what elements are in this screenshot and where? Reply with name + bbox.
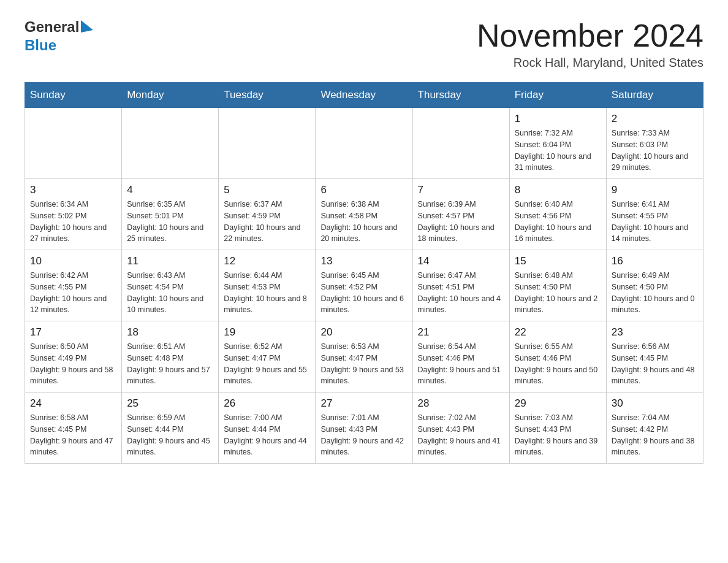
calendar-header-row: SundayMondayTuesdayWednesdayThursdayFrid… (25, 83, 703, 108)
calendar-cell: 8Sunrise: 6:40 AMSunset: 4:56 PMDaylight… (509, 179, 606, 250)
day-info: Sunrise: 6:55 AMSunset: 4:46 PMDaylight:… (515, 341, 601, 387)
day-info: Sunrise: 6:38 AMSunset: 4:58 PMDaylight:… (320, 199, 407, 245)
day-info: Sunrise: 6:52 AMSunset: 4:47 PMDaylight:… (224, 341, 310, 387)
day-info: Sunrise: 6:41 AMSunset: 4:55 PMDaylight:… (612, 199, 698, 245)
calendar-week-row: 24Sunrise: 6:58 AMSunset: 4:45 PMDayligh… (25, 393, 703, 464)
col-header-monday: Monday (122, 83, 219, 108)
calendar-cell: 12Sunrise: 6:44 AMSunset: 4:53 PMDayligh… (219, 250, 316, 321)
calendar-cell: 28Sunrise: 7:02 AMSunset: 4:43 PMDayligh… (412, 393, 509, 464)
day-info: Sunrise: 6:53 AMSunset: 4:47 PMDaylight:… (320, 341, 407, 387)
day-info: Sunrise: 6:58 AMSunset: 4:45 PMDaylight:… (30, 412, 116, 458)
logo-container: General Blue (25, 18, 93, 54)
calendar-cell (122, 108, 219, 179)
col-header-friday: Friday (509, 83, 606, 108)
calendar-cell (412, 108, 509, 179)
day-number: 5 (224, 184, 310, 196)
day-number: 20 (320, 326, 407, 339)
day-info: Sunrise: 6:39 AMSunset: 4:57 PMDaylight:… (418, 199, 504, 245)
calendar-cell: 13Sunrise: 6:45 AMSunset: 4:52 PMDayligh… (316, 250, 412, 321)
col-header-tuesday: Tuesday (219, 83, 316, 108)
day-number: 29 (515, 397, 601, 410)
day-info: Sunrise: 6:34 AMSunset: 5:02 PMDaylight:… (30, 199, 116, 245)
logo-blue-text: Blue (25, 37, 56, 54)
calendar-cell: 17Sunrise: 6:50 AMSunset: 4:49 PMDayligh… (25, 321, 122, 393)
day-info: Sunrise: 6:50 AMSunset: 4:49 PMDaylight:… (30, 341, 116, 387)
day-info: Sunrise: 7:04 AMSunset: 4:42 PMDaylight:… (612, 412, 698, 458)
day-number: 27 (320, 397, 407, 410)
day-number: 3 (30, 184, 116, 196)
day-number: 15 (515, 255, 601, 267)
day-number: 10 (30, 255, 116, 267)
day-number: 1 (515, 113, 601, 125)
day-number: 25 (127, 397, 213, 410)
day-number: 7 (418, 184, 504, 196)
day-number: 8 (515, 184, 601, 196)
day-info: Sunrise: 6:40 AMSunset: 4:56 PMDaylight:… (515, 199, 601, 245)
calendar-cell: 19Sunrise: 6:52 AMSunset: 4:47 PMDayligh… (219, 321, 316, 393)
header: General Blue November 2024 Rock Hall, Ma… (25, 18, 703, 70)
day-info: Sunrise: 7:33 AMSunset: 6:03 PMDaylight:… (612, 128, 698, 174)
day-info: Sunrise: 6:56 AMSunset: 4:45 PMDaylight:… (612, 341, 698, 387)
day-info: Sunrise: 6:42 AMSunset: 4:55 PMDaylight:… (30, 270, 116, 316)
day-info: Sunrise: 6:48 AMSunset: 4:50 PMDaylight:… (515, 270, 601, 316)
day-number: 13 (320, 255, 407, 267)
title-area: November 2024 Rock Hall, Maryland, Unite… (477, 18, 703, 70)
day-number: 19 (224, 326, 310, 339)
day-info: Sunrise: 6:59 AMSunset: 4:44 PMDaylight:… (127, 412, 213, 458)
day-info: Sunrise: 6:47 AMSunset: 4:51 PMDaylight:… (418, 270, 504, 316)
calendar-cell: 27Sunrise: 7:01 AMSunset: 4:43 PMDayligh… (316, 393, 412, 464)
logo-block: General (25, 18, 93, 36)
logo-general-text: General (25, 18, 79, 35)
col-header-wednesday: Wednesday (316, 83, 412, 108)
calendar-cell: 23Sunrise: 6:56 AMSunset: 4:45 PMDayligh… (606, 321, 703, 393)
month-title: November 2024 (477, 18, 703, 53)
logo-arrow-icon (81, 20, 93, 33)
calendar-week-row: 10Sunrise: 6:42 AMSunset: 4:55 PMDayligh… (25, 250, 703, 321)
calendar-week-row: 1Sunrise: 7:32 AMSunset: 6:04 PMDaylight… (25, 108, 703, 179)
day-number: 12 (224, 255, 310, 267)
day-info: Sunrise: 6:45 AMSunset: 4:52 PMDaylight:… (320, 270, 407, 316)
day-info: Sunrise: 7:01 AMSunset: 4:43 PMDaylight:… (320, 412, 407, 458)
calendar-cell: 30Sunrise: 7:04 AMSunset: 4:42 PMDayligh… (606, 393, 703, 464)
col-header-sunday: Sunday (25, 83, 122, 108)
calendar-cell: 3Sunrise: 6:34 AMSunset: 5:02 PMDaylight… (25, 179, 122, 250)
day-info: Sunrise: 6:44 AMSunset: 4:53 PMDaylight:… (224, 270, 310, 316)
day-number: 26 (224, 397, 310, 410)
calendar-cell: 1Sunrise: 7:32 AMSunset: 6:04 PMDaylight… (509, 108, 606, 179)
calendar-cell: 22Sunrise: 6:55 AMSunset: 4:46 PMDayligh… (509, 321, 606, 393)
calendar-cell (219, 108, 316, 179)
day-number: 14 (418, 255, 504, 267)
day-number: 18 (127, 326, 213, 339)
calendar-cell: 5Sunrise: 6:37 AMSunset: 4:59 PMDaylight… (219, 179, 316, 250)
calendar-cell: 20Sunrise: 6:53 AMSunset: 4:47 PMDayligh… (316, 321, 412, 393)
col-header-saturday: Saturday (606, 83, 703, 108)
calendar-cell: 7Sunrise: 6:39 AMSunset: 4:57 PMDaylight… (412, 179, 509, 250)
calendar-cell: 29Sunrise: 7:03 AMSunset: 4:43 PMDayligh… (509, 393, 606, 464)
calendar-table: SundayMondayTuesdayWednesdayThursdayFrid… (25, 82, 703, 464)
calendar-cell: 9Sunrise: 6:41 AMSunset: 4:55 PMDaylight… (606, 179, 703, 250)
calendar-cell: 4Sunrise: 6:35 AMSunset: 5:01 PMDaylight… (122, 179, 219, 250)
calendar-cell: 10Sunrise: 6:42 AMSunset: 4:55 PMDayligh… (25, 250, 122, 321)
day-info: Sunrise: 7:00 AMSunset: 4:44 PMDaylight:… (224, 412, 310, 458)
day-number: 6 (320, 184, 407, 196)
day-info: Sunrise: 6:35 AMSunset: 5:01 PMDaylight:… (127, 199, 213, 245)
calendar-cell: 15Sunrise: 6:48 AMSunset: 4:50 PMDayligh… (509, 250, 606, 321)
day-number: 28 (418, 397, 504, 410)
day-info: Sunrise: 6:54 AMSunset: 4:46 PMDaylight:… (418, 341, 504, 387)
calendar-cell: 26Sunrise: 7:00 AMSunset: 4:44 PMDayligh… (219, 393, 316, 464)
day-number: 17 (30, 326, 116, 339)
calendar-cell (25, 108, 122, 179)
day-number: 2 (612, 113, 698, 125)
calendar-cell: 14Sunrise: 6:47 AMSunset: 4:51 PMDayligh… (412, 250, 509, 321)
day-number: 11 (127, 255, 213, 267)
calendar-cell: 2Sunrise: 7:33 AMSunset: 6:03 PMDaylight… (606, 108, 703, 179)
day-info: Sunrise: 7:03 AMSunset: 4:43 PMDaylight:… (515, 412, 601, 458)
calendar-cell: 16Sunrise: 6:49 AMSunset: 4:50 PMDayligh… (606, 250, 703, 321)
calendar-week-row: 17Sunrise: 6:50 AMSunset: 4:49 PMDayligh… (25, 321, 703, 393)
day-info: Sunrise: 6:49 AMSunset: 4:50 PMDaylight:… (612, 270, 698, 316)
calendar-cell: 25Sunrise: 6:59 AMSunset: 4:44 PMDayligh… (122, 393, 219, 464)
day-number: 16 (612, 255, 698, 267)
day-number: 23 (612, 326, 698, 339)
col-header-thursday: Thursday (412, 83, 509, 108)
day-info: Sunrise: 6:37 AMSunset: 4:59 PMDaylight:… (224, 199, 310, 245)
